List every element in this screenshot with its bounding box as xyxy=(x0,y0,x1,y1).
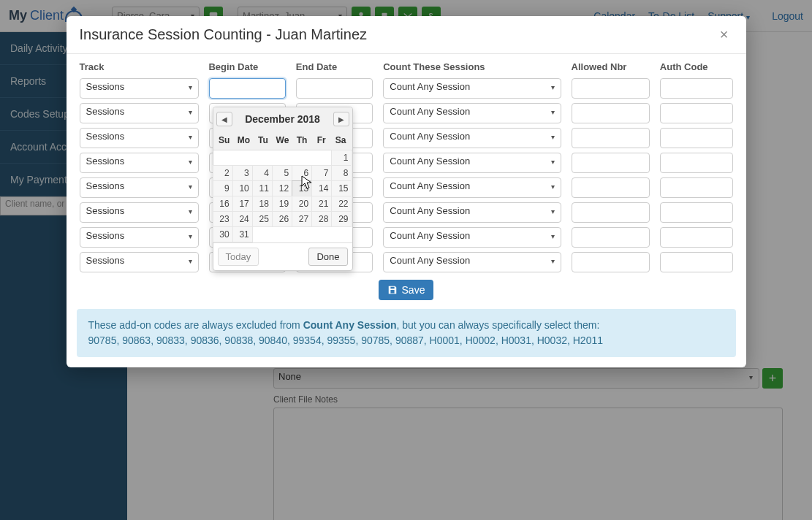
datepicker-day[interactable]: 11 xyxy=(252,180,273,196)
modal-overlay: Insurance Session Counting - Juan Martin… xyxy=(0,0,812,520)
track-select[interactable]: Sessions xyxy=(80,252,199,272)
datepicker-day[interactable]: 16 xyxy=(213,196,233,212)
save-icon xyxy=(387,285,398,295)
save-button[interactable]: Save xyxy=(379,280,434,300)
datepicker-day[interactable]: 29 xyxy=(331,211,352,227)
datepicker-day[interactable]: 27 xyxy=(292,211,312,227)
end-date-input[interactable] xyxy=(296,78,373,99)
session-row: SessionsCount Any Session xyxy=(77,103,736,123)
datepicker-day[interactable]: 6 xyxy=(292,165,312,181)
datepicker-day[interactable]: 13 xyxy=(292,180,312,196)
datepicker-day[interactable]: 26 xyxy=(272,211,292,227)
allowed-number-input[interactable] xyxy=(572,202,650,223)
track-select[interactable]: Sessions xyxy=(80,103,199,123)
datepicker-day[interactable]: 20 xyxy=(292,196,312,212)
header-track: Track xyxy=(80,61,199,72)
auth-code-input[interactable] xyxy=(660,153,733,173)
header-auth: Auth Code xyxy=(660,61,733,72)
session-row: SessionsCount Any Session xyxy=(77,177,736,198)
datepicker-day[interactable]: 23 xyxy=(213,211,233,227)
count-sessions-select[interactable]: Count Any Session xyxy=(383,153,561,173)
session-row: SessionsCount Any Session xyxy=(77,128,736,148)
datepicker-day[interactable]: 4 xyxy=(252,165,273,181)
begin-date-input[interactable] xyxy=(209,78,286,99)
datepicker-day[interactable]: 5 xyxy=(272,165,292,181)
track-select[interactable]: Sessions xyxy=(80,78,199,99)
auth-code-input[interactable] xyxy=(660,128,733,148)
count-sessions-select[interactable]: Count Any Session xyxy=(383,227,561,248)
datepicker-day[interactable]: 30 xyxy=(213,226,233,242)
datepicker-day[interactable]: 15 xyxy=(331,180,352,196)
datepicker-day[interactable]: 18 xyxy=(252,196,273,212)
datepicker-day[interactable]: 17 xyxy=(232,196,253,212)
allowed-number-input[interactable] xyxy=(572,252,650,272)
datepicker-day[interactable]: 14 xyxy=(311,180,332,196)
allowed-number-input[interactable] xyxy=(572,78,650,99)
insurance-session-modal: Insurance Session Counting - Juan Martin… xyxy=(67,16,746,367)
datepicker-day[interactable]: 19 xyxy=(272,196,292,212)
datepicker-dow: Su xyxy=(215,134,235,147)
track-select[interactable]: Sessions xyxy=(80,153,199,173)
header-allowed: Allowed Nbr xyxy=(572,61,650,72)
datepicker-done-button[interactable]: Done xyxy=(308,248,347,266)
datepicker-day[interactable]: 24 xyxy=(232,211,253,227)
info-box: These add-on codes are always excluded f… xyxy=(77,309,736,357)
datepicker-day[interactable]: 1 xyxy=(331,150,352,166)
datepicker-day[interactable]: 25 xyxy=(252,211,273,227)
count-sessions-select[interactable]: Count Any Session xyxy=(383,177,561,198)
datepicker-dow: Fr xyxy=(311,134,331,147)
datepicker-day[interactable]: 21 xyxy=(311,196,332,212)
datepicker-day[interactable]: 9 xyxy=(213,180,233,196)
datepicker-today-button[interactable]: Today xyxy=(218,248,259,266)
datepicker-dow: We xyxy=(273,134,292,147)
auth-code-input[interactable] xyxy=(660,227,733,248)
datepicker-day[interactable]: 10 xyxy=(232,180,253,196)
session-row: SessionsCount Any Session xyxy=(77,78,736,99)
track-select[interactable]: Sessions xyxy=(80,202,199,223)
count-sessions-select[interactable]: Count Any Session xyxy=(383,128,561,148)
session-row: SessionsCount Any Session xyxy=(77,227,736,248)
session-row: SessionsCount Any Session xyxy=(77,252,736,272)
datepicker-dow: Th xyxy=(292,134,312,147)
datepicker-next-button[interactable]: ▶ xyxy=(333,112,349,126)
allowed-number-input[interactable] xyxy=(572,103,650,123)
count-sessions-select[interactable]: Count Any Session xyxy=(383,202,561,223)
datepicker-day[interactable]: 2 xyxy=(213,165,233,181)
auth-code-input[interactable] xyxy=(660,78,733,99)
datepicker-dow: Sa xyxy=(331,134,351,147)
header-begin: Begin Date xyxy=(208,61,285,72)
header-count: Count These Sessions xyxy=(383,61,561,72)
track-select[interactable]: Sessions xyxy=(80,177,199,198)
track-select[interactable]: Sessions xyxy=(80,227,199,248)
allowed-number-input[interactable] xyxy=(572,177,650,198)
close-icon[interactable]: × xyxy=(716,25,733,45)
datepicker: ◀ December 2018 ▶ SuMoTuWeThFrSa 1234567… xyxy=(213,107,353,271)
datepicker-day[interactable]: 12 xyxy=(272,180,292,196)
allowed-number-input[interactable] xyxy=(572,227,650,248)
track-select[interactable]: Sessions xyxy=(80,128,199,148)
datepicker-day[interactable]: 28 xyxy=(311,211,332,227)
auth-code-input[interactable] xyxy=(660,252,733,272)
datepicker-prev-button[interactable]: ◀ xyxy=(216,112,232,126)
session-row: SessionsCount Any Session xyxy=(77,202,736,223)
datepicker-day[interactable]: 31 xyxy=(232,226,253,242)
datepicker-dow: Mo xyxy=(234,134,254,147)
count-sessions-select[interactable]: Count Any Session xyxy=(383,78,561,99)
datepicker-day[interactable]: 3 xyxy=(232,165,253,181)
datepicker-title: December 2018 xyxy=(245,113,320,125)
allowed-number-input[interactable] xyxy=(572,153,650,173)
datepicker-day[interactable]: 22 xyxy=(331,196,352,212)
auth-code-input[interactable] xyxy=(660,177,733,198)
allowed-number-input[interactable] xyxy=(572,128,650,148)
datepicker-day[interactable]: 7 xyxy=(311,165,332,181)
auth-code-input[interactable] xyxy=(660,103,733,123)
modal-title: Insurance Session Counting - Juan Martin… xyxy=(80,26,368,43)
datepicker-day[interactable]: 8 xyxy=(331,165,352,181)
header-end: End Date xyxy=(296,61,373,72)
count-sessions-select[interactable]: Count Any Session xyxy=(383,103,561,123)
datepicker-dow: Tu xyxy=(254,134,273,147)
count-sessions-select[interactable]: Count Any Session xyxy=(383,252,561,272)
auth-code-input[interactable] xyxy=(660,202,733,223)
session-row: SessionsCount Any Session xyxy=(77,153,736,173)
